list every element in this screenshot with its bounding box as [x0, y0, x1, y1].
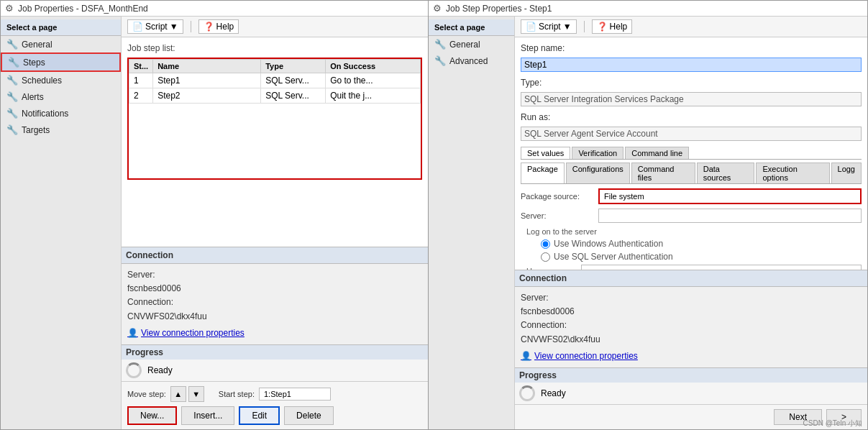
job-properties-panel: ⚙ Job Properties - DSFA_MonthEnd Select … — [0, 0, 429, 430]
right-progress-title: Progress — [519, 370, 557, 380]
server-label: Server: — [127, 270, 155, 280]
run-as-input — [521, 127, 862, 141]
left-sidebar: Select a page 🔧 General 🔧 Steps 🔧 Schedu… — [1, 17, 122, 429]
sidebar-general-label: General — [22, 40, 52, 50]
right-content: Step name: Type: Run as: — [515, 37, 867, 270]
sidebar-item-alerts[interactable]: 🔧 Alerts — [1, 88, 121, 105]
run-as-row: Run as: — [521, 112, 862, 122]
sidebar-item-targets[interactable]: 🔧 Targets — [1, 122, 121, 138]
right-server-label: Server: — [521, 293, 549, 303]
table-row[interactable]: 1 Step1 SQL Serv... Go to the... — [129, 73, 421, 88]
server-input[interactable] — [598, 209, 862, 223]
sub-tab-log[interactable]: Logg — [831, 163, 862, 183]
sidebar-item-steps[interactable]: 🔧 Steps — [1, 52, 121, 72]
left-connection-info: Server: fscnbesd0006 Connection: CNVWFS0… — [122, 264, 428, 344]
sidebar-notifications-label: Notifications — [22, 109, 68, 119]
script-dropdown-icon: ▼ — [170, 22, 178, 32]
right-conn-label: Connection: — [521, 320, 567, 330]
windows-auth-label: Use Windows Authentication — [554, 239, 663, 249]
progress-title: Progress — [126, 347, 163, 357]
right-sidebar-general[interactable]: 🔧 General — [429, 36, 514, 52]
sub-tab-data-sources[interactable]: Data sources — [697, 163, 755, 183]
sidebar-steps-label: Steps — [23, 58, 45, 68]
sidebar-item-general[interactable]: 🔧 General — [1, 36, 121, 52]
right-conn-value: CNVWFS02\dkx4fuu — [521, 334, 600, 344]
right-link-icon: 👤 — [521, 349, 531, 363]
upper-tabs: Set values Verification Command line — [521, 147, 862, 160]
right-progress-status: Ready — [541, 388, 566, 398]
edit-button[interactable]: Edit — [239, 406, 280, 425]
step-name-input[interactable] — [521, 58, 862, 72]
move-step-group: Move step: ▲ ▼ — [127, 386, 204, 402]
tab-verification[interactable]: Verification — [572, 147, 623, 159]
logon-label: Log on to the server — [526, 227, 862, 236]
sidebar-alerts-label: Alerts — [22, 92, 44, 102]
windows-auth-radio[interactable]: Use Windows Authentication — [541, 239, 862, 249]
move-arrows: ▲ ▼ — [170, 386, 204, 402]
progress-spinner — [126, 362, 142, 378]
right-help-icon: ❓ — [597, 22, 608, 32]
alerts-icon: 🔧 — [6, 91, 18, 102]
logon-section: Log on to the server Use Windows Authent… — [526, 227, 862, 270]
sql-auth-radio[interactable]: Use SQL Server Authentication — [541, 252, 862, 262]
toolbar-sep — [191, 21, 191, 32]
right-advanced-label: Advanced — [449, 56, 488, 66]
row1-type: SQL Serv... — [261, 73, 326, 88]
move-step-label: Move step: — [127, 390, 166, 398]
sql-auth-label: Use SQL Server Authentication — [554, 252, 673, 262]
job-properties-titlebar: ⚙ Job Properties - DSFA_MonthEnd — [1, 1, 428, 17]
left-progress-header: Progress — [122, 344, 428, 360]
package-source-value: File system — [598, 188, 862, 204]
server-label-row: Server: — [127, 268, 422, 282]
job-properties-body: Select a page 🔧 General 🔧 Steps 🔧 Schedu… — [1, 17, 428, 429]
conn-label-row: Connection: — [127, 296, 422, 309]
sidebar-item-schedules[interactable]: 🔧 Schedules — [1, 72, 121, 88]
move-down-button[interactable]: ▼ — [188, 386, 204, 402]
delete-button[interactable]: Delete — [284, 406, 334, 425]
move-start-row: Move step: ▲ ▼ Start step: — [127, 386, 422, 402]
left-bottom-bar: Move step: ▲ ▼ Start step: New... — [122, 381, 428, 429]
sub-tab-command-files[interactable]: Command files — [631, 163, 695, 183]
right-view-connection-link[interactable]: 👤 View connection properties — [521, 349, 862, 363]
type-label: Type: — [521, 78, 578, 88]
move-up-button[interactable]: ▲ — [170, 386, 186, 402]
server-label: Server: — [521, 211, 593, 220]
right-progress-section: Progress Ready — [515, 367, 867, 404]
right-help-button[interactable]: ❓ Help — [592, 19, 633, 34]
steps-icon: 🔧 — [8, 57, 19, 68]
left-connection-section: Connection Server: fscnbesd0006 Connecti… — [122, 247, 428, 344]
help-icon: ❓ — [204, 22, 214, 32]
sidebar-item-notifications[interactable]: 🔧 Notifications — [1, 105, 121, 122]
sub-tab-package[interactable]: Package — [521, 163, 565, 183]
new-button[interactable]: New... — [127, 406, 177, 425]
right-server-value: fscnbesd0006 — [521, 306, 575, 316]
start-step-input[interactable] — [259, 388, 331, 401]
row2-success: Quit the j... — [326, 88, 421, 104]
insert-button[interactable]: Insert... — [181, 406, 234, 425]
sub-tab-configurations[interactable]: Configurations — [566, 163, 630, 183]
left-progress-section: Progress Ready — [122, 344, 428, 381]
sub-tab-execution-options[interactable]: Execution options — [756, 163, 829, 183]
sidebar-schedules-label: Schedules — [22, 76, 62, 86]
start-step-label: Start step: — [219, 390, 255, 398]
col-step: St... — [129, 60, 153, 73]
left-progress-body: Ready — [122, 360, 428, 381]
user-name-row: User name: — [526, 265, 862, 270]
tab-set-values[interactable]: Set values — [521, 147, 570, 159]
step-title-icon: ⚙ — [433, 3, 442, 14]
main-container: ⚙ Job Properties - DSFA_MonthEnd Select … — [0, 0, 868, 430]
tab-command-line[interactable]: Command line — [625, 147, 689, 159]
package-source-row: Package source: File system — [521, 188, 862, 204]
right-panel-body: Select a page 🔧 General 🔧 Advanced 📄 Scr… — [429, 17, 867, 429]
right-sidebar-advanced[interactable]: 🔧 Advanced — [429, 52, 514, 69]
job-step-title: Job Step Properties - Step1 — [446, 4, 552, 14]
table-row[interactable]: 2 Step2 SQL Serv... Quit the j... — [129, 88, 421, 104]
script-button[interactable]: 📄 Script ▼ — [127, 19, 183, 34]
row1-step: 1 — [129, 73, 153, 88]
help-button[interactable]: ❓ Help — [198, 19, 239, 34]
right-script-button[interactable]: 📄 Script ▼ — [521, 19, 577, 34]
server-row: Server: — [521, 209, 862, 223]
view-connection-link[interactable]: 👤 View connection properties — [127, 326, 422, 340]
general-icon: 🔧 — [6, 39, 18, 50]
user-name-input[interactable] — [581, 265, 862, 270]
